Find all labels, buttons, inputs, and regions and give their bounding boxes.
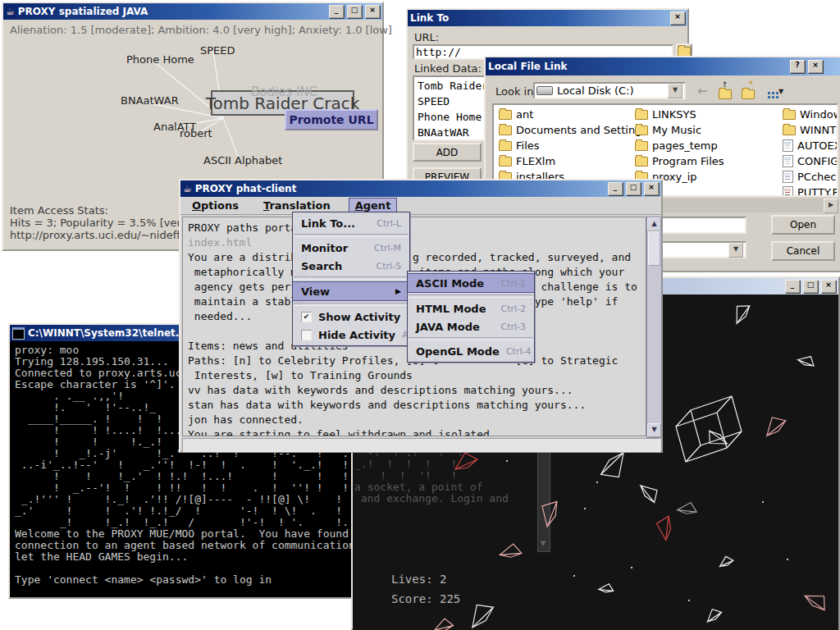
java-cup-icon: ☕ [183,184,192,194]
menu-item-label: OpenGL Mode [416,345,500,358]
folder-icon [499,126,512,135]
menu-item-show-activity[interactable]: ✔Show ActivityAlt-S [293,308,409,326]
promote-url-label: Promote URL [289,113,373,126]
close-button[interactable]: × [821,280,836,293]
cancel-button[interactable]: Cancel [771,241,835,261]
folder-icon [742,89,755,99]
graph-node[interactable]: SPEED [200,44,235,57]
window-title: C:\WINNT\System32\telnet.exe [28,327,199,339]
menu-item-monitor[interactable]: MonitorCtrl-M [293,239,409,257]
folder-icon [635,157,648,167]
minimize-button[interactable]: _ [785,280,800,293]
folder-item[interactable]: pages_temp [635,138,724,153]
menu-item-label: Link To... [301,217,370,230]
graph-node[interactable]: robert [180,127,212,139]
menu-item-opengl-mode[interactable]: OpenGL ModeCtrl-4 [408,342,534,360]
folder-item[interactable]: LINKSYS [635,107,724,122]
menu-options[interactable]: Options [185,198,245,213]
combobox-dropdown-arrow[interactable]: ▼ [728,243,743,258]
view-menu-icon[interactable]: ▼ [766,84,783,99]
phat-vscrollbar[interactable]: ▲ ▼ [646,217,662,438]
menu-separator [294,303,409,306]
combobox-dropdown-arrow[interactable]: ▼ [668,84,682,98]
menu-item-label: HTML Mode [416,303,494,315]
menu-item-java-mode[interactable]: JAVA ModeCtrl-3 [408,317,534,336]
item-label: FLEXlm [516,155,555,167]
menu-item-view[interactable]: View▶ [293,281,409,301]
shortcut-label: Ctrl-S [376,261,401,272]
folder-item[interactable]: Files [499,138,647,153]
item-label: PCcheck.LO [797,171,838,183]
promote-url-button[interactable]: Promote URL [285,109,378,130]
item-label: Files [516,139,540,152]
open-button[interactable]: Open [771,215,835,235]
desktop: ☕ PROXY spatialized JAVA _ □ × Alienatio… [0,0,840,630]
new-folder-icon[interactable]: * [742,85,755,101]
shortcut-label: Ctrl-4 [506,346,532,357]
shortcut-label: Ctrl-2 [500,304,526,314]
terminal-line: needed... [188,310,252,322]
menu-separator [409,294,533,298]
graph-node[interactable]: ASCII Alphabet [203,154,282,167]
menu-separator [294,234,409,237]
scroll-down-icon[interactable]: ▼ [647,423,661,437]
maximize-button[interactable]: □ [803,280,818,293]
titlebar-local-file-link[interactable]: Local File Link ? × [486,57,840,75]
add-button[interactable]: ADD [413,143,482,162]
console-icon [12,327,25,340]
menu-item-html-mode[interactable]: HTML ModeCtrl-2 [408,299,534,317]
graph-node[interactable]: BNAatWAR [121,94,179,107]
terminal-line: Interests, [w] to Training Grounds [188,369,413,381]
close-button[interactable]: × [670,11,685,25]
close-button[interactable]: × [644,182,659,195]
maximize-button[interactable]: □ [626,182,641,195]
graph-node[interactable]: Phone Home [126,53,194,66]
menu-item-label: ASCII Mode [416,277,494,290]
file-icon [783,139,793,152]
minimize-button[interactable]: _ [608,182,623,195]
titlebar-phat-client[interactable]: ☕ PROXY phat-client _ □ × [180,180,661,197]
back-icon[interactable]: ← [697,84,708,98]
file-list-column: antDocuments and SettingsFilesFLEXlminst… [499,107,647,185]
folder-item[interactable]: Documents and Settings [499,122,647,138]
folder-item[interactable]: My Music [635,122,724,138]
menu-item-link-to-[interactable]: Link To...Ctrl-L [293,214,409,232]
menu-separator [409,337,533,340]
command-input[interactable] [182,438,660,452]
folder-item[interactable]: Windows Up [783,107,838,122]
file-icon [783,171,793,183]
menu-item-ascii-mode[interactable]: ASCII ModeCtrl-1 [408,273,534,293]
help-button[interactable]: ? [790,60,805,73]
file-item[interactable]: AUTOEXEC. [783,138,838,153]
score-readout: Score: 225 [391,589,460,609]
ghost-node-label: Bodies INC [251,84,317,99]
folder-item[interactable]: ant [499,107,647,122]
scrollbar-thumb[interactable] [648,231,660,266]
agent-menu: Link To...Ctrl-LMonitorCtrl-MSearchCtrl-… [292,212,410,346]
folder-icon [783,126,796,135]
scroll-right-icon[interactable]: ▶ [824,199,838,213]
open-button-label: Open [790,219,816,231]
terminal-line: Paths: [n] to Celebrity Profiles, [s] t … [188,354,618,367]
file-item[interactable]: CONFIG.SYS [783,153,838,169]
look-in-label: Look in: [495,85,537,98]
close-button[interactable]: × [808,60,823,73]
folder-item[interactable]: Program Files [635,153,724,169]
checkbox-icon[interactable] [301,330,312,340]
menu-item-search[interactable]: SearchCtrl-S [293,257,409,275]
item-label: AUTOEXEC. [797,139,838,152]
titlebar-link-to[interactable]: Link To × [408,10,687,26]
checkbox-icon[interactable]: ✔ [301,312,312,322]
folder-item[interactable]: WINNT [783,122,838,138]
file-item[interactable]: PCcheck.LO [783,169,838,185]
folder-item[interactable]: FLEXlm [499,153,647,169]
up-folder-icon[interactable]: ↑ [719,85,732,101]
file-item[interactable]: PUTTY.RND [783,185,838,197]
terminal-line: vv has data with keywords and descriptio… [188,384,573,396]
menu-item-hide-activity[interactable]: Hide ActivityAlt-H [293,326,409,344]
scroll-up-icon[interactable]: ▲ [647,217,661,231]
menu-item-label: View [301,285,389,298]
terminal-line: jon has connected. [188,413,304,426]
shortcut-label: Ctrl-M [374,243,401,253]
look-in-combobox[interactable]: Local Disk (C:) ▼ [533,82,686,99]
